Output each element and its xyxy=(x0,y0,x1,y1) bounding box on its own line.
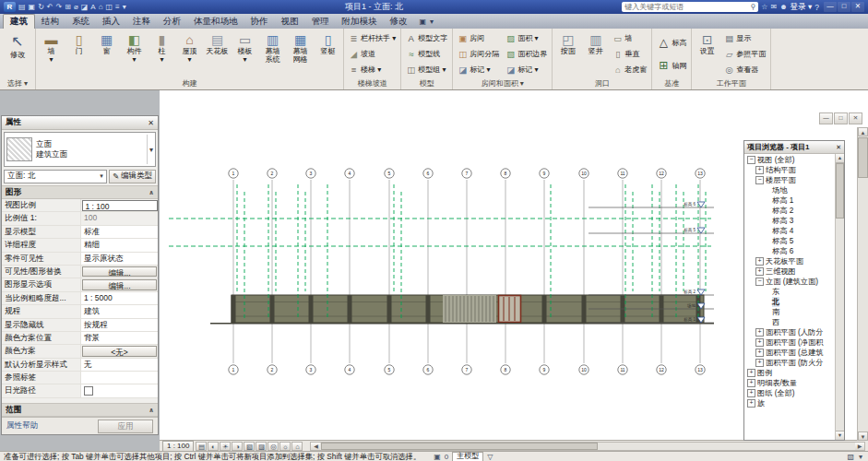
browser-scroll-up-icon[interactable]: ▲ xyxy=(836,154,844,163)
tab-系统[interactable]: 系统 xyxy=(65,15,96,29)
tree-item-天花板平面[interactable]: +天花板平面 xyxy=(744,256,844,266)
property-value-value[interactable]: 标准 xyxy=(81,226,158,238)
horizontal-scroll-thumb[interactable] xyxy=(321,443,598,450)
expand-icon[interactable]: + xyxy=(755,338,764,347)
qat-more-icon[interactable]: ▾ xyxy=(123,3,126,11)
revit-app-icon[interactable]: R xyxy=(4,2,16,12)
expand-icon[interactable]: + xyxy=(747,399,755,408)
crop-view-icon[interactable]: ▨ xyxy=(256,442,267,451)
property-value-value[interactable]: 显示原状态 xyxy=(81,253,158,265)
property-value-value[interactable] xyxy=(81,372,158,384)
scroll-right-icon[interactable]: ▶ xyxy=(855,443,864,450)
tool-stair[interactable]: ≡楼梯 ▾ xyxy=(347,63,398,76)
tool-room-separator[interactable]: ◫房间分隔 xyxy=(456,48,501,61)
tab-建筑[interactable]: 建筑 xyxy=(3,14,35,29)
help-search-box[interactable]: ⚲ xyxy=(622,2,758,12)
properties-header[interactable]: 属性 ✕ xyxy=(2,116,158,130)
filter-icon[interactable]: ▽ xyxy=(487,453,493,461)
rendering-icon[interactable]: ▧ xyxy=(244,442,255,451)
tree-item-三维视图[interactable]: +三维视图 xyxy=(744,266,844,277)
tree-item-场地[interactable]: 场地 xyxy=(744,185,844,195)
panel-label-datum[interactable]: 基准 xyxy=(652,78,691,89)
tool-ramp[interactable]: ◢坡道 xyxy=(347,48,398,61)
shadows-icon[interactable]: ◑ xyxy=(232,442,243,451)
worksets-icon[interactable]: ▣ xyxy=(434,453,441,461)
tool-area[interactable]: ▨面积 ▾ xyxy=(504,32,549,45)
panel-label-work-plane[interactable]: 工作平面 xyxy=(692,78,770,89)
section-collapse-icon[interactable]: ∧ xyxy=(149,189,154,196)
browser-scroll-down-icon[interactable]: ▼ xyxy=(836,431,844,440)
property-value-value[interactable]: 背景 xyxy=(81,332,158,344)
properties-help-link[interactable]: 属性帮助 xyxy=(6,420,38,431)
tool-vertical-opening[interactable]: ▯垂直 xyxy=(611,48,648,61)
scroll-left-icon[interactable]: ◀ xyxy=(311,443,320,450)
temporary-hide-isolate-icon[interactable]: ☼ xyxy=(279,442,291,451)
tab-视图[interactable]: 视图 xyxy=(275,15,305,29)
expand-icon[interactable]: + xyxy=(755,166,764,174)
open-file-icon[interactable]: ▤ xyxy=(18,3,26,11)
properties-close-icon[interactable]: ✕ xyxy=(148,119,154,127)
section-icon[interactable]: ◫ xyxy=(106,3,113,11)
property-value-value[interactable]: 按规程 xyxy=(81,319,158,331)
property-value-button[interactable]: 编辑... xyxy=(82,279,157,290)
property-value-button[interactable]: 编辑... xyxy=(82,266,157,277)
panel-label-select[interactable]: 选择 ▾ xyxy=(0,78,35,89)
text-icon[interactable]: A xyxy=(90,3,95,11)
tool-railing[interactable]: ≣栏杆扶手 ▾ xyxy=(347,32,398,45)
property-value-value[interactable]: 精细 xyxy=(81,239,158,251)
help-icon[interactable]: ? xyxy=(814,3,819,12)
tag-icon[interactable]: ◪ xyxy=(81,3,89,11)
tree-item-面积平面 (人防分[interactable]: +面积平面 (人防分 xyxy=(744,327,844,337)
tool-viewer[interactable]: ◎查看器 xyxy=(722,63,767,76)
status-expand-icon[interactable]: ▾ xyxy=(859,453,862,461)
tool-wall-opening[interactable]: ▭墙 xyxy=(611,32,648,45)
sign-in-button[interactable]: 登录 ▾ xyxy=(791,2,813,13)
browser-scrollbar[interactable]: ▲ ▼ xyxy=(835,154,844,440)
collapse-icon[interactable]: − xyxy=(755,278,764,286)
tool-door[interactable]: ▯门 xyxy=(65,30,92,78)
tree-item-标高 2[interactable]: 标高 2 xyxy=(744,206,844,216)
type-selector[interactable]: 立面 建筑立面 ▾ xyxy=(4,132,156,167)
tool-model-text[interactable]: A模型文字 xyxy=(404,32,449,45)
tool-grid[interactable]: ⊞轴网 xyxy=(655,55,688,76)
tab-分析[interactable]: 分析 xyxy=(157,15,187,29)
tree-item-结构平面[interactable]: +结构平面 xyxy=(744,165,844,175)
project-browser-header[interactable]: 项目浏览器 - 项目1 ✕ xyxy=(744,141,844,154)
collapse-icon[interactable]: − xyxy=(747,156,755,164)
sun-path-checkbox[interactable] xyxy=(84,386,93,396)
tree-item-标高 3[interactable]: 标高 3 xyxy=(744,216,844,226)
tool-ceiling[interactable]: ▤天花板 xyxy=(204,30,231,78)
tool-opening-by-face[interactable]: ◰按面 xyxy=(554,30,581,78)
tree-item-图纸 (全部)[interactable]: +图纸 (全部) xyxy=(744,388,844,398)
tool-mullion[interactable]: ▯竖梃 xyxy=(315,30,341,78)
tree-item-楼层平面[interactable]: −楼层平面 xyxy=(744,175,844,185)
panel-label-room-area[interactable]: 房间和面积 ▾ xyxy=(453,78,552,89)
tool-curtain-system[interactable]: ▥幕墙 系统 xyxy=(259,30,286,78)
save-icon[interactable]: ▣ xyxy=(29,3,36,11)
panel-label-model[interactable]: 模型 xyxy=(401,78,452,89)
view-close-icon[interactable]: ✕ xyxy=(849,112,862,124)
section-graphics[interactable]: 图形 ∧ xyxy=(2,185,158,199)
edit-type-button[interactable]: ✎ 编辑类型 xyxy=(109,170,156,183)
tab-注释[interactable]: 注释 xyxy=(126,15,157,29)
vertical-scroll-thumb[interactable] xyxy=(858,137,868,178)
view-minimize-icon[interactable]: — xyxy=(819,112,833,124)
panel-label-build[interactable]: 构建 xyxy=(36,78,343,89)
tab-结构[interactable]: 结构 xyxy=(35,15,65,29)
restore-icon[interactable]: □ xyxy=(838,2,850,12)
tree-item-面积平面 (净面积[interactable]: +面积平面 (净面积 xyxy=(744,337,844,348)
tree-item-北[interactable]: 北 xyxy=(744,297,844,307)
property-value-value[interactable]: 1 : 5000 xyxy=(81,292,158,304)
expand-icon[interactable]: + xyxy=(755,328,764,337)
tool-component[interactable]: ◧构件 ▾ xyxy=(121,30,148,78)
collapse-icon[interactable]: − xyxy=(755,176,764,184)
expand-icon[interactable]: + xyxy=(755,257,764,266)
tool-level[interactable]: △标高 xyxy=(655,32,688,53)
background-processes-icon[interactable]: ▧ xyxy=(847,453,854,461)
view-scale-button[interactable]: 1 : 100 xyxy=(162,441,194,452)
property-value-value[interactable]: 无 xyxy=(81,359,158,371)
property-value-checkbox[interactable] xyxy=(81,384,158,396)
tree-item-族[interactable]: +族 xyxy=(744,398,844,408)
tool-set-work-plane[interactable]: ⊡设置 xyxy=(694,30,720,78)
tree-item-西[interactable]: 西 xyxy=(744,317,844,327)
